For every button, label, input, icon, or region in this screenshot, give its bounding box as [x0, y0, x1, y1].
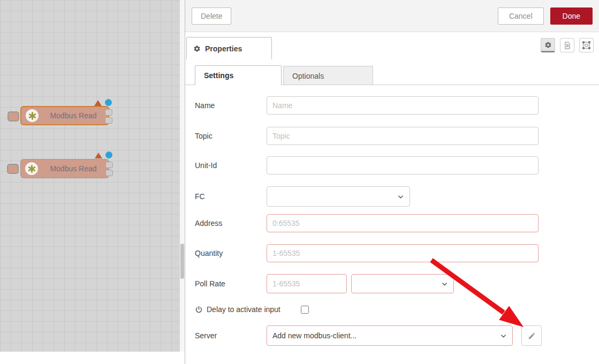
form-row-poll-rate: Poll Rate [195, 274, 589, 293]
form-tabs: Settings Optionals [185, 65, 599, 85]
address-input[interactable] [267, 214, 539, 232]
poll-rate-unit-select[interactable] [351, 274, 454, 293]
unit-id-input[interactable] [267, 156, 539, 175]
fc-select[interactable] [267, 186, 410, 207]
node-output-port-1[interactable] [105, 162, 113, 168]
form-row-delay: Delay to activate input [195, 304, 589, 315]
tab-optionals[interactable]: Optionals [283, 66, 373, 85]
server-select-value: Add new modbus-client... [272, 331, 500, 340]
node-output-port-1[interactable] [105, 109, 112, 116]
form-row-unit-id: Unit-Id [195, 156, 589, 175]
power-icon [195, 306, 203, 314]
delay-checkbox[interactable] [301, 306, 309, 314]
form-row-address: Address [195, 214, 589, 232]
changed-dot-icon [105, 151, 112, 158]
node-output-port-2[interactable] [105, 117, 112, 124]
form-row-name: Name [195, 96, 589, 115]
form-row-fc: FC [195, 186, 589, 207]
gear-icon[interactable] [541, 38, 555, 52]
appearance-icon[interactable] [579, 38, 594, 52]
form-row-quantity: Quantity [195, 244, 589, 262]
delete-button[interactable]: Delete [192, 7, 231, 25]
node-input-port[interactable] [7, 111, 19, 122]
error-triangle-icon [95, 153, 102, 158]
node-input-port[interactable] [7, 164, 19, 174]
tray-toolbar [541, 38, 594, 52]
tab-settings-label: Settings [204, 71, 233, 80]
topic-input[interactable] [267, 127, 539, 145]
error-triangle-icon [94, 100, 102, 106]
canvas-scrollbar[interactable] [180, 0, 185, 352]
fc-label: FC [195, 192, 267, 201]
name-input[interactable] [267, 96, 539, 115]
tray-header: Delete Cancel Done [185, 0, 599, 32]
tab-properties-label: Properties [205, 44, 242, 53]
quantity-input[interactable] [267, 244, 539, 262]
pencil-icon [528, 332, 536, 340]
modbus-asterisk-icon [26, 109, 39, 122]
chevron-down-icon [441, 280, 448, 287]
properties-tab-row: Properties [185, 32, 599, 59]
flow-node-modbus-read-1[interactable]: Modbus Read [20, 106, 109, 125]
quantity-label: Quantity [195, 249, 267, 257]
node-output-port-2[interactable] [105, 170, 113, 176]
form-row-topic: Topic [195, 127, 589, 145]
flow-canvas[interactable]: Modbus Read Modbus Read [0, 0, 180, 352]
unit-id-label: Unit-Id [195, 161, 267, 170]
node-label: Modbus Read [39, 111, 108, 120]
topic-label: Topic [195, 132, 267, 140]
server-select[interactable]: Add new modbus-client... [267, 325, 513, 346]
tab-settings[interactable]: Settings [195, 65, 282, 85]
chevron-down-icon [500, 332, 507, 339]
changed-dot-icon [105, 99, 112, 106]
node-edit-tray: Delete Cancel Done Properties Settings [185, 0, 599, 364]
delay-label: Delay to activate input [207, 305, 280, 314]
form-row-server: Server Add new modbus-client... [195, 325, 589, 346]
tab-optionals-label: Optionals [292, 72, 324, 80]
edit-server-button[interactable] [521, 325, 542, 346]
tab-properties[interactable]: Properties [186, 37, 272, 59]
scrollbar-thumb[interactable] [180, 244, 184, 279]
address-label: Address [195, 219, 267, 228]
chevron-down-icon [397, 193, 404, 200]
flow-node-modbus-read-2[interactable]: Modbus Read [20, 159, 109, 178]
modbus-asterisk-icon [25, 162, 38, 175]
edit-form: Settings Optionals Name Topic Unit-Id FC [185, 59, 599, 364]
server-label: Server [195, 331, 267, 340]
name-label: Name [195, 101, 267, 110]
poll-rate-input[interactable] [267, 274, 347, 293]
cancel-button[interactable]: Cancel [498, 7, 544, 25]
node-label: Modbus Read [38, 164, 109, 173]
doc-icon[interactable] [560, 38, 574, 52]
poll-rate-label: Poll Rate [195, 279, 267, 288]
done-button[interactable]: Done [550, 7, 593, 25]
gear-icon [193, 45, 201, 52]
